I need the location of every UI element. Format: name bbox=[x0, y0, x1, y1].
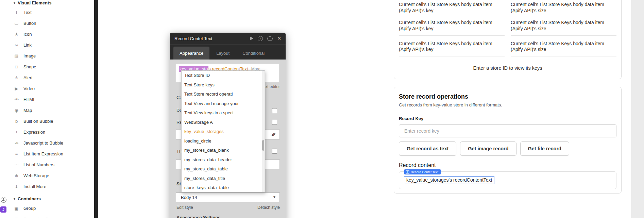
autocomplete-item-text-view-keys-in-a-speci[interactable]: Text View keys in a speci bbox=[182, 108, 265, 118]
info-icon[interactable]: i bbox=[258, 36, 263, 41]
field-label-fragment: Th bbox=[176, 149, 182, 154]
autocomplete-item-my-stores-data-title[interactable]: my_stores_data_title bbox=[182, 174, 265, 183]
comment-icon[interactable] bbox=[267, 36, 273, 41]
sidebar-section-containers[interactable]: ▾Containers bbox=[0, 195, 97, 203]
sidebar-item-label: Shape bbox=[23, 64, 36, 69]
account-icon[interactable] bbox=[1, 197, 6, 203]
autocomplete-items: Text Store IDText Store keysText Store r… bbox=[182, 71, 265, 192]
sidebar-item-image[interactable]: ▨Image bbox=[0, 50, 97, 61]
autocomplete-item-store-keys-data-table[interactable]: store_keys_data_table bbox=[182, 183, 265, 192]
record-buttons: Get record as textGet image recordGet fi… bbox=[399, 141, 616, 156]
option-checkbox-2[interactable] bbox=[272, 120, 277, 125]
sidebar-item-label: List Item Expression bbox=[23, 151, 63, 156]
sidebar-item-label: Icon bbox=[23, 32, 32, 37]
autocomplete-item-loading-circle[interactable]: loading_circle bbox=[182, 136, 265, 146]
store-operations-subtitle: Get records from key-value store in diff… bbox=[399, 102, 616, 108]
sidebar-item-video[interactable]: ▶Video bbox=[0, 83, 97, 94]
autocomplete-item-text-store-record-operati[interactable]: Text Store record operati bbox=[182, 89, 265, 99]
avatar-badge[interactable]: J bbox=[0, 206, 6, 213]
sidebar-item-map[interactable]: ◉Map bbox=[0, 105, 97, 116]
style-select[interactable]: Body 14 ▼ bbox=[176, 192, 280, 202]
sidebar-item-link[interactable]: ∞Link bbox=[0, 39, 97, 50]
autocomplete-item-text-view-and-manage-your[interactable]: Text View and manage your bbox=[182, 99, 265, 108]
record-content-label: Record content bbox=[399, 162, 616, 169]
keys-repeating-group[interactable]: Current cell's List Store Keys body data… bbox=[394, 0, 622, 79]
autocomplete-item-text-store-id[interactable]: Text Store ID bbox=[182, 71, 265, 80]
caret-down-icon: ▾ bbox=[14, 197, 15, 201]
detach-style-link[interactable]: Detach style bbox=[257, 205, 280, 210]
image-icon: ▨ bbox=[14, 53, 19, 58]
map-pin-icon: ◉ bbox=[14, 108, 19, 113]
selected-text-element[interactable]: key_value_storages's recordContentText bbox=[404, 176, 494, 184]
tab-conditional[interactable]: Conditional bbox=[236, 47, 271, 60]
sidebar-item-built-on-bubble[interactable]: bBuilt on Bubble bbox=[0, 116, 97, 127]
sidebar-item-list-item-expression[interactable]: ≡List Item Expression bbox=[0, 148, 97, 159]
dropdown-scrollbar-thumb[interactable] bbox=[262, 140, 264, 151]
palette-scrollbar[interactable] bbox=[94, 0, 98, 218]
canvas-overflow-area bbox=[631, 0, 644, 218]
keys-table-row[interactable]: Current cell's List Store Keys body data… bbox=[399, 0, 616, 15]
keys-table-row[interactable]: Current cell's List Store Keys body data… bbox=[399, 15, 616, 35]
chevron-down-icon: ▼ bbox=[273, 132, 276, 136]
sidebar-item-label: Image bbox=[23, 53, 36, 58]
sidebar-item-button[interactable]: ▭Button bbox=[0, 18, 97, 29]
chevron-down-icon: ▼ bbox=[273, 195, 276, 199]
property-editor-header[interactable]: Record Contet Text i ✕ bbox=[170, 33, 286, 44]
sidebar-item-shape[interactable]: □Shape bbox=[0, 61, 97, 72]
dropdown-scrollbar-track[interactable] bbox=[262, 71, 264, 192]
sidebar-item-label: Web Storage bbox=[23, 173, 49, 178]
keys-table-row[interactable]: Current cell's List Store Keys body data… bbox=[399, 36, 616, 56]
section-label: Visual Elements bbox=[18, 0, 51, 5]
sidebar-item-install-more[interactable]: ↧Install More bbox=[0, 181, 97, 192]
sidebar-item-web-storage[interactable]: ⊕Web Storage bbox=[0, 170, 97, 181]
autocomplete-item-my-stores-data-table[interactable]: my_stores_data_table bbox=[182, 164, 265, 174]
sidebar-item-html[interactable]: </>HTML bbox=[0, 94, 97, 105]
bubble-icon: b bbox=[14, 119, 19, 124]
get-record-as-text-button[interactable]: Get record as text bbox=[399, 141, 456, 156]
sidebar-section-visual-elements[interactable]: ▾Visual Elements bbox=[0, 0, 97, 7]
autocomplete-item-my-stores-data-blank[interactable]: my_stores_data_blank bbox=[182, 146, 265, 155]
sidebar-item-alert[interactable]: ⚠Alert bbox=[0, 72, 97, 83]
download-icon: ↧ bbox=[14, 184, 19, 189]
record-key-input[interactable] bbox=[399, 124, 616, 137]
sidebar-item-label: Video bbox=[23, 86, 35, 91]
get-image-record-button[interactable]: Get image record bbox=[460, 141, 516, 156]
sidebar-item-label: Built on Bubble bbox=[23, 119, 53, 124]
store-operations-title: Store record operations bbox=[399, 93, 616, 100]
text-icon: T bbox=[14, 10, 19, 15]
link-icon: ∞ bbox=[14, 43, 19, 48]
appearance-settings-header[interactable]: Appearance Settings bbox=[176, 215, 220, 218]
button-icon: ▭ bbox=[14, 21, 19, 26]
key-cell: Current cell's List Store Keys body data… bbox=[399, 36, 505, 56]
js-icon: JS bbox=[14, 141, 19, 145]
autocomplete-item-key-value-storages[interactable]: key_value_storages bbox=[182, 127, 265, 136]
sidebar-item-repeating-group[interactable]: ▤Repeating Group bbox=[0, 214, 97, 218]
autocomplete-item-my-stores-data-header[interactable]: my_stores_data_header bbox=[182, 155, 265, 165]
sidebar-item-label: Button bbox=[23, 21, 36, 26]
list-icon: ≡ bbox=[14, 151, 19, 156]
sidebar-sections: ▾Visual ElementsTText▭Button★Icon∞Link▨I… bbox=[0, 0, 97, 218]
autocomplete-item-text-store-keys[interactable]: Text Store keys bbox=[182, 80, 265, 90]
sidebar-item-text[interactable]: TText bbox=[0, 7, 97, 18]
sidebar-item-expression[interactable]: +Expression bbox=[0, 127, 97, 137]
sidebar-item-javascript-to-bubble[interactable]: JSJavascript to Bubble bbox=[0, 137, 97, 148]
size-cell: Current cell's List Store Keys body data… bbox=[511, 0, 616, 15]
tab-appearance[interactable]: Appearance bbox=[173, 47, 209, 60]
run-icon[interactable] bbox=[250, 36, 253, 40]
record-content-box[interactable]: T Record Contet Text key_value_storages'… bbox=[399, 171, 616, 189]
close-icon[interactable]: ✕ bbox=[277, 36, 281, 41]
store-operations-group[interactable]: Store record operations Get records from… bbox=[394, 87, 622, 194]
edit-style-link[interactable]: Edit style bbox=[176, 205, 193, 210]
keys-empty-state: Enter a store ID to view its keys bbox=[399, 56, 616, 71]
autocomplete-item-webstorage-a[interactable]: WebStorage A bbox=[182, 118, 265, 127]
size-cell: Current cell's List Store Keys body data… bbox=[511, 15, 616, 35]
get-file-record-button[interactable]: Get file record bbox=[520, 141, 569, 156]
sidebar-item-group[interactable]: ▣Group bbox=[0, 203, 97, 214]
property-editor: Record Contet Text i ✕ AppearanceLayoutC… bbox=[170, 33, 286, 218]
sidebar-item-label: Text bbox=[23, 10, 32, 15]
option-checkbox-1[interactable] bbox=[272, 108, 277, 113]
sidebar-item-icon[interactable]: ★Icon bbox=[0, 29, 97, 39]
option-checkbox-3[interactable] bbox=[272, 149, 277, 154]
tab-layout[interactable]: Layout bbox=[210, 47, 236, 60]
sidebar-item-list-of-numbers[interactable]: ⋯List of Numbers bbox=[0, 159, 97, 170]
